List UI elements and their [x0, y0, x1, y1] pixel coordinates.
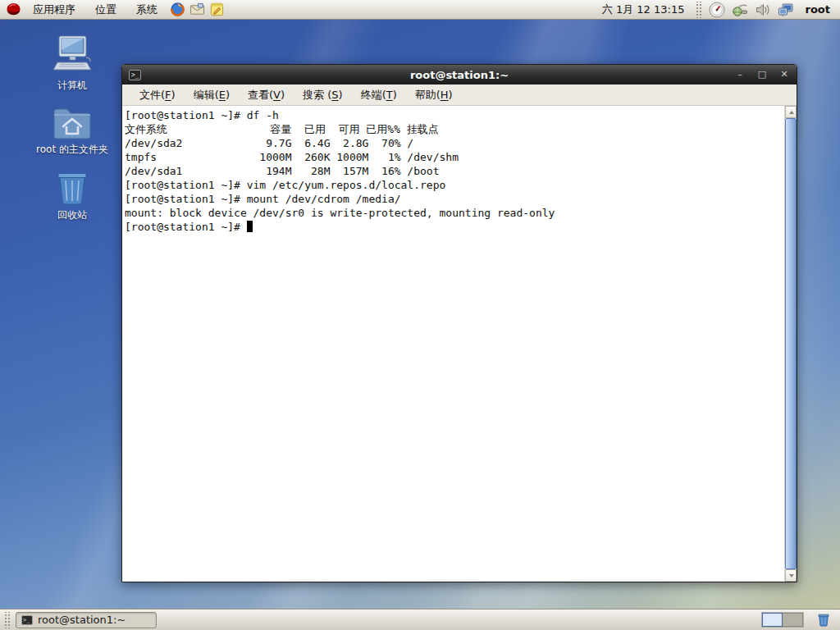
taskbar-task-terminal[interactable]: >_ root@station1:~: [16, 612, 157, 628]
gedit-launcher-icon[interactable]: [208, 2, 225, 18]
email-launcher-icon[interactable]: [189, 2, 205, 18]
scroll-down-button[interactable]: [785, 569, 797, 582]
terminal-output-line: /dev/sda2 9.7G 6.4G 2.8G 70% /: [125, 136, 784, 150]
terminal-output-line: 文件系统 容量 已用 可用 已用%% 挂载点: [125, 122, 784, 136]
terminal-output-line: tmpfs 1000M 260K 1000M 1% /dev/shm: [125, 150, 784, 164]
firefox-launcher-icon[interactable]: [169, 2, 185, 18]
terminal-menu-item[interactable]: 编辑(E): [185, 88, 239, 103]
desktop-icon-computer[interactable]: 计算机: [25, 34, 120, 93]
menu-system[interactable]: 系统: [128, 1, 166, 19]
terminal-icon: >_: [21, 615, 33, 625]
scrollbar-thumb[interactable]: [785, 118, 797, 569]
terminal-menu-item[interactable]: 查看(V): [239, 88, 294, 103]
terminal-menu-item[interactable]: 搜索 (S): [294, 88, 352, 103]
terminal-prompt: [root@station1 ~]#: [125, 221, 247, 233]
taskbar-drag-handle[interactable]: [3, 612, 11, 628]
window-title: root@station1:~: [122, 69, 797, 81]
terminal-prompt-line: [root@station1 ~]#: [125, 220, 784, 234]
terminal-menu-item[interactable]: 终端(T): [352, 88, 406, 103]
clock[interactable]: 六 1月 12 13:15: [599, 2, 688, 17]
workspace-1[interactable]: [762, 613, 783, 627]
terminal-cursor: [247, 221, 253, 232]
desktop-icon-label: 计算机: [25, 79, 120, 93]
desktop-icon-label: root 的主文件夹: [25, 143, 120, 157]
menu-applications[interactable]: 应用程序: [25, 1, 84, 19]
terminal-output-line: mount: block device /dev/sr0 is write-pr…: [125, 206, 784, 220]
volume-icon[interactable]: [755, 2, 771, 18]
terminal-output-line: /dev/sda1 194M 28M 157M 16% /boot: [125, 164, 784, 178]
minimize-button[interactable]: –: [734, 65, 746, 84]
terminal-output-line: [root@station1 ~]# mount /dev/cdrom /med…: [125, 192, 784, 206]
top-panel: 应用程序 位置 系统 六 1月 12 1: [0, 0, 840, 20]
terminal-scrollbar[interactable]: [784, 106, 797, 582]
workspace-switcher: [761, 612, 804, 628]
desktop-icon-trash[interactable]: 回收站: [25, 169, 120, 222]
terminal-window: >_ root@station1:~ – □ ✕ 文件(F) 编辑(E) 查看(…: [121, 64, 797, 582]
maximize-button[interactable]: □: [756, 65, 768, 84]
terminal-menu-item[interactable]: 文件(F): [130, 88, 185, 103]
close-button[interactable]: ✕: [778, 65, 790, 84]
terminal-output-line: [root@station1 ~]# df -h: [125, 108, 784, 122]
user-switcher[interactable]: root: [801, 3, 836, 16]
terminal-output[interactable]: [root@station1 ~]# df -h 文件系统 容量 已用 可用 已…: [122, 106, 784, 582]
display-icon[interactable]: [778, 2, 794, 18]
terminal-output-line: [root@station1 ~]# vim /etc/yum.repos.d/…: [125, 178, 784, 192]
redhat-menu-icon[interactable]: [5, 2, 21, 18]
scroll-up-button[interactable]: [785, 106, 797, 118]
bottom-taskbar: >_ root@station1:~: [0, 609, 840, 630]
panel-drag-handle[interactable]: [695, 2, 702, 18]
task-label: root@station1:~: [38, 614, 126, 626]
network-icon[interactable]: [732, 2, 748, 18]
desktop-icon-label: 回收站: [25, 208, 120, 222]
terminal-titlebar[interactable]: >_ root@station1:~ – □ ✕: [122, 65, 797, 84]
system-monitor-icon[interactable]: [709, 2, 725, 18]
terminal-menubar: 文件(F) 编辑(E) 查看(V) 搜索 (S) 终端(T) 帮助(H): [122, 84, 797, 106]
taskbar-trash-icon[interactable]: [815, 612, 832, 628]
desktop-icon-home-folder[interactable]: root 的主文件夹: [25, 105, 120, 157]
terminal-menu-item[interactable]: 帮助(H): [406, 88, 462, 103]
workspace-2[interactable]: [783, 613, 803, 627]
menu-places[interactable]: 位置: [87, 1, 125, 19]
